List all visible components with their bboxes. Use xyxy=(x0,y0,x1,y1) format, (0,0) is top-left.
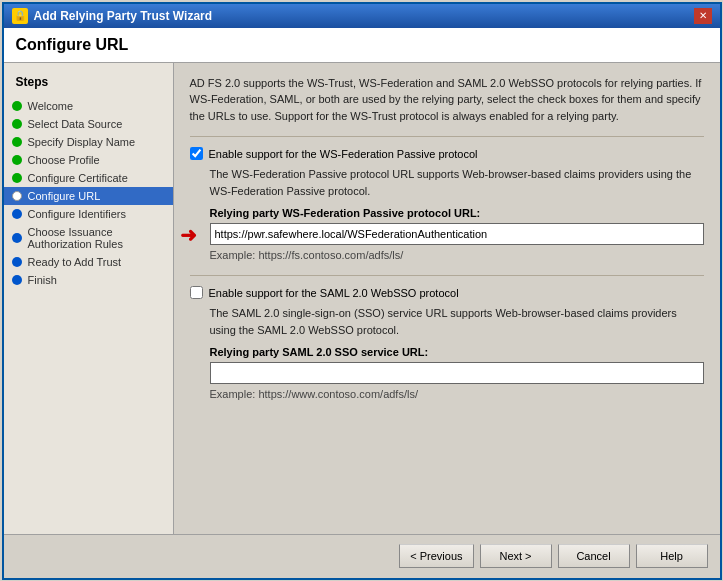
close-button[interactable]: ✕ xyxy=(694,8,712,24)
step-dot-finish xyxy=(12,275,22,285)
ws-federation-section: Enable support for the WS-Federation Pas… xyxy=(190,147,704,261)
divider-2 xyxy=(190,275,704,276)
ws-federation-description: The WS-Federation Passive protocol URL s… xyxy=(210,166,704,199)
title-bar-left: 🔒 Add Relying Party Trust Wizard xyxy=(12,8,213,24)
sidebar-item-choose-issuance[interactable]: Choose Issuance Authorization Rules xyxy=(4,223,173,253)
saml-url-input[interactable] xyxy=(210,362,704,384)
page-title: Configure URL xyxy=(4,28,720,63)
sidebar-item-finish[interactable]: Finish xyxy=(4,271,173,289)
sidebar-item-select-data-source[interactable]: Select Data Source xyxy=(4,115,173,133)
step-dot-welcome xyxy=(12,101,22,111)
sidebar-item-specify-display-name[interactable]: Specify Display Name xyxy=(4,133,173,151)
saml-example: Example: https://www.contoso.com/adfs/ls… xyxy=(210,388,704,400)
ws-federation-checkbox[interactable] xyxy=(190,147,203,160)
sidebar-item-configure-url[interactable]: Configure URL xyxy=(4,187,173,205)
sidebar-label-specify-display-name: Specify Display Name xyxy=(28,136,136,148)
content-area: AD FS 2.0 supports the WS-Trust, WS-Fede… xyxy=(174,63,720,534)
sidebar-title: Steps xyxy=(4,71,173,97)
sidebar-item-configure-certificate[interactable]: Configure Certificate xyxy=(4,169,173,187)
sidebar-label-choose-profile: Choose Profile xyxy=(28,154,100,166)
step-dot-select-data-source xyxy=(12,119,22,129)
window-icon: 🔒 xyxy=(12,8,28,24)
sidebar-label-welcome: Welcome xyxy=(28,100,74,112)
sidebar-label-ready-to-add: Ready to Add Trust xyxy=(28,256,122,268)
saml-checkbox-label: Enable support for the SAML 2.0 WebSSO p… xyxy=(209,287,459,299)
step-dot-configure-identifiers xyxy=(12,209,22,219)
step-dot-choose-issuance xyxy=(12,233,22,243)
ws-federation-field-row: ➜ Relying party WS-Federation Passive pr… xyxy=(190,207,704,261)
window-title: Add Relying Party Trust Wizard xyxy=(34,9,213,23)
window-content: Configure URL Steps Welcome Select Data … xyxy=(4,28,720,578)
ws-federation-field-label: Relying party WS-Federation Passive prot… xyxy=(210,207,704,219)
step-dot-specify-display-name xyxy=(12,137,22,147)
step-dot-configure-certificate xyxy=(12,173,22,183)
cancel-button[interactable]: Cancel xyxy=(558,544,630,568)
title-bar: 🔒 Add Relying Party Trust Wizard ✕ xyxy=(4,4,720,28)
help-button[interactable]: Help xyxy=(636,544,708,568)
sidebar-label-select-data-source: Select Data Source xyxy=(28,118,123,130)
previous-button[interactable]: < Previous xyxy=(399,544,473,568)
footer: < Previous Next > Cancel Help xyxy=(4,534,720,578)
sidebar-label-configure-certificate: Configure Certificate xyxy=(28,172,128,184)
divider-1 xyxy=(190,136,704,137)
saml-checkbox-row: Enable support for the SAML 2.0 WebSSO p… xyxy=(190,286,704,299)
sidebar: Steps Welcome Select Data Source Specify… xyxy=(4,63,174,534)
main-area: Steps Welcome Select Data Source Specify… xyxy=(4,63,720,534)
step-dot-ready-to-add xyxy=(12,257,22,267)
ws-federation-checkbox-row: Enable support for the WS-Federation Pas… xyxy=(190,147,704,160)
red-arrow-icon: ➜ xyxy=(180,223,197,247)
sidebar-item-ready-to-add[interactable]: Ready to Add Trust xyxy=(4,253,173,271)
sidebar-label-finish: Finish xyxy=(28,274,57,286)
sidebar-item-configure-identifiers[interactable]: Configure Identifiers xyxy=(4,205,173,223)
sidebar-item-choose-profile[interactable]: Choose Profile xyxy=(4,151,173,169)
saml-field-label: Relying party SAML 2.0 SSO service URL: xyxy=(210,346,704,358)
wizard-window: 🔒 Add Relying Party Trust Wizard ✕ Confi… xyxy=(2,2,722,580)
sidebar-label-configure-identifiers: Configure Identifiers xyxy=(28,208,126,220)
step-dot-choose-profile xyxy=(12,155,22,165)
saml-section: Enable support for the SAML 2.0 WebSSO p… xyxy=(190,286,704,400)
saml-description: The SAML 2.0 single-sign-on (SSO) servic… xyxy=(210,305,704,338)
sidebar-label-configure-url: Configure URL xyxy=(28,190,101,202)
ws-federation-checkbox-label: Enable support for the WS-Federation Pas… xyxy=(209,148,478,160)
sidebar-item-welcome[interactable]: Welcome xyxy=(4,97,173,115)
next-button[interactable]: Next > xyxy=(480,544,552,568)
ws-federation-example: Example: https://fs.contoso.com/adfs/ls/ xyxy=(210,249,704,261)
ws-federation-url-input[interactable] xyxy=(210,223,704,245)
main-description: AD FS 2.0 supports the WS-Trust, WS-Fede… xyxy=(190,75,704,125)
saml-checkbox[interactable] xyxy=(190,286,203,299)
step-dot-configure-url xyxy=(12,191,22,201)
sidebar-label-choose-issuance: Choose Issuance Authorization Rules xyxy=(28,226,165,250)
